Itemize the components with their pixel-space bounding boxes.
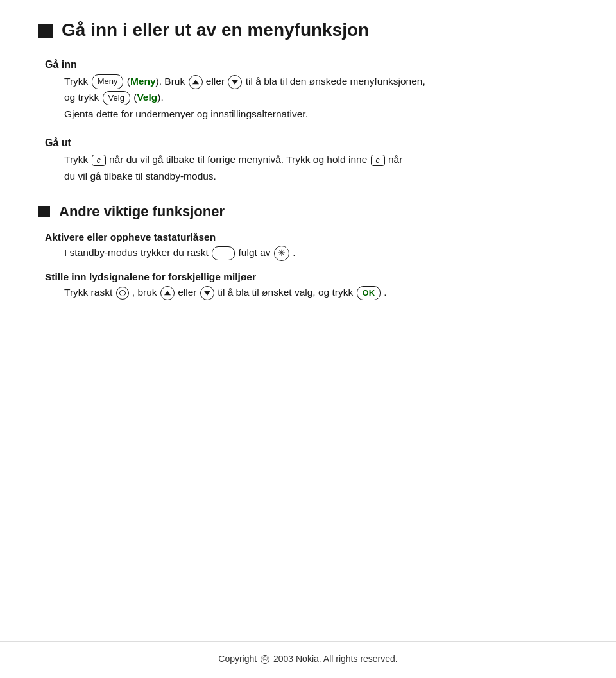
page-content: Gå inn i eller ut av en menyfunksjon Gå … [0,0,616,362]
go-in-line1-bruk: Bruk [164,76,187,87]
up-arrow-icon [189,75,203,89]
go-in-line1: Trykk Meny (Meny). Bruk eller til å bla … [64,73,578,90]
sub2-up-icon [160,286,175,300]
go-out-line3: du vil gå tilbake til standby-modus. [64,168,578,185]
go-out-label: Gå ut [45,137,578,149]
sub1-pre: I standby-modus trykker du raskt [64,247,209,258]
power-button-icon [116,287,129,300]
go-in-line1-pre: Trykk [64,76,88,87]
go-in-line1-post: til å bla til den ønskede menyfunksjonen… [243,76,425,87]
velg-button-icon: Velg [103,91,130,105]
go-out-body: Trykk c når du vil gå tilbake til forrig… [45,151,578,184]
go-in-body: Trykk Meny (Meny). Bruk eller til å bla … [45,73,578,123]
ok-text: OK [363,288,375,298]
go-in-line2: og trykk Velg (Velg). [64,89,578,106]
section2-heading-block: Andre viktige funksjoner [38,203,578,220]
sub2-down-icon [200,286,214,300]
go-in-section: Gå inn Trykk Meny (Meny). Bruk eller til… [38,59,578,123]
sub2-mid1: , bruk [132,287,157,298]
subsection-sound: Stille inn lydsignalene for forskjellige… [38,271,578,301]
sub1-post: . [293,247,295,258]
copyright-circle-icon: © [261,655,270,664]
c-button-hold-icon: c [371,155,385,166]
main-title: Gå inn i eller ut av en menyfunksjon [62,19,369,41]
subsection2-title: Stille inn lydsignalene for forskjellige… [45,271,578,283]
ok-button-icon: OK [357,286,381,300]
subsection1-body: I standby-modus trykker du raskt fulgt a… [45,244,578,261]
sub2-line: Trykk raskt , bruk eller til å bla til ø… [64,284,578,301]
sub2-mid2: eller [178,287,196,298]
sub1-line: I standby-modus trykker du raskt fulgt a… [64,244,578,261]
copyright-year: 2003 Nokia. All rights reserved. [273,654,398,664]
sub2-post: . [384,287,386,298]
go-out-section: Gå ut Trykk c når du vil gå tilbake til … [38,137,578,184]
subsection1-title: Aktivere eller oppheve tastaturlåsen [45,232,578,243]
menu-button-icon: Meny [92,74,124,89]
go-out-pre: Trykk [64,154,88,165]
down-arrow-icon [228,75,242,89]
go-in-line3: Gjenta dette for undermenyer og innstill… [64,106,578,123]
go-in-label: Gå inn [45,59,578,71]
star-button-icon: ✳ [274,246,289,261]
go-out-line1-post: når du vil gå tilbake til forrige menyni… [109,154,370,165]
main-heading-block: Gå inn i eller ut av en menyfunksjon [38,19,578,41]
sub2-pre: Trykk raskt [64,287,112,298]
go-out-line2-post: når [386,154,403,165]
subsection2-body: Trykk raskt , bruk eller til å bla til ø… [45,284,578,301]
sub1-mid: fulgt av [239,247,271,258]
sub1-pill-icon [212,246,235,260]
sub2-mid3: til å bla til ønsket valg, og trykk [218,287,353,298]
go-in-line2-pre: og trykk [64,92,99,103]
copyright-text: Copyright [218,654,257,664]
velg-text: Velg [137,92,157,103]
go-out-line1: Trykk c når du vil gå tilbake til forrig… [64,151,578,168]
c-button-icon: c [92,155,106,166]
meny-text: Meny [130,76,156,87]
section2-square-icon [38,206,50,217]
section2-title: Andre viktige funksjoner [59,203,225,220]
subsection-keyboard-lock: Aktivere eller oppheve tastaturlåsen I s… [38,232,578,261]
copyright-bar: Copyright © 2003 Nokia. All rights reser… [0,641,616,678]
heading-square-icon [38,24,53,38]
